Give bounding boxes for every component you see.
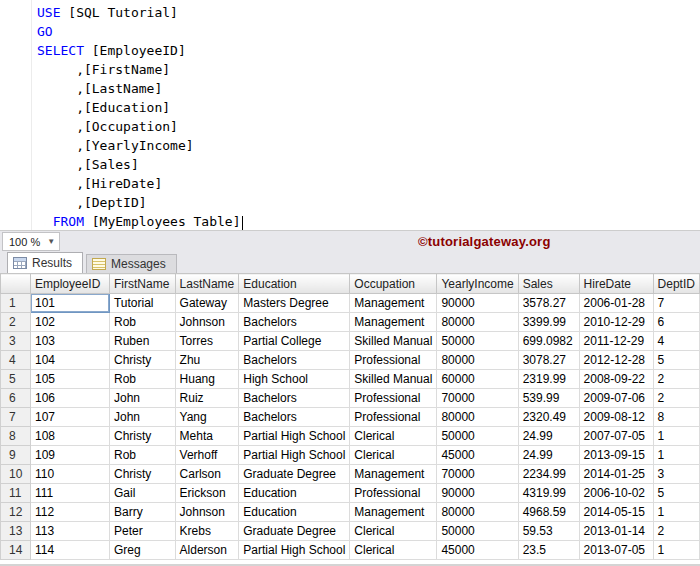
cell[interactable]: 114 [31, 541, 110, 560]
row-header[interactable]: 2 [1, 313, 31, 332]
cell[interactable]: 1 [653, 541, 699, 560]
cell[interactable]: 111 [31, 484, 110, 503]
cell[interactable]: Partial High School [239, 446, 350, 465]
cell[interactable]: Clerical [350, 427, 437, 446]
cell[interactable]: 2 [653, 389, 699, 408]
cell[interactable]: Verhoff [175, 446, 239, 465]
cell[interactable]: 101 [31, 294, 110, 313]
cell[interactable]: Huang [175, 370, 239, 389]
zoom-control[interactable]: 100 % ▼ [2, 232, 60, 251]
column-header-hiredate[interactable]: HireDate [579, 274, 653, 294]
cell[interactable]: 1 [653, 446, 699, 465]
cell[interactable]: 4319.99 [518, 484, 579, 503]
row-header[interactable]: 11 [1, 484, 31, 503]
column-header-deptid[interactable]: DeptID [653, 274, 699, 294]
cell[interactable]: Management [350, 503, 437, 522]
row-header[interactable]: 12 [1, 503, 31, 522]
cell[interactable]: Partial College [239, 332, 350, 351]
cell[interactable]: Carlson [175, 465, 239, 484]
cell[interactable]: Graduate Degree [239, 465, 350, 484]
column-header-lastname[interactable]: LastName [175, 274, 239, 294]
cell[interactable]: Peter [109, 522, 175, 541]
cell[interactable]: Professional [350, 351, 437, 370]
cell[interactable]: 2013-09-15 [579, 446, 653, 465]
cell[interactable]: Barry [109, 503, 175, 522]
cell[interactable]: Clerical [350, 541, 437, 560]
cell[interactable]: Skilled Manual [350, 370, 437, 389]
tab-results[interactable]: Results [7, 252, 83, 273]
cell[interactable]: 2013-01-14 [579, 522, 653, 541]
cell[interactable]: Management [350, 313, 437, 332]
cell[interactable]: Management [350, 294, 437, 313]
cell[interactable]: John [109, 389, 175, 408]
cell[interactable]: 112 [31, 503, 110, 522]
cell[interactable]: 90000 [437, 294, 518, 313]
cell[interactable]: Clerical [350, 522, 437, 541]
cell[interactable]: Education [239, 484, 350, 503]
grid-corner-cell[interactable] [1, 274, 31, 294]
cell[interactable]: 2013-07-05 [579, 541, 653, 560]
cell[interactable]: 70000 [437, 465, 518, 484]
row-header[interactable]: 8 [1, 427, 31, 446]
cell[interactable]: 2012-12-28 [579, 351, 653, 370]
cell[interactable]: 3399.99 [518, 313, 579, 332]
cell[interactable]: 7 [653, 294, 699, 313]
cell[interactable]: High School [239, 370, 350, 389]
row-header[interactable]: 10 [1, 465, 31, 484]
column-header-sales[interactable]: Sales [518, 274, 579, 294]
cell[interactable]: Krebs [175, 522, 239, 541]
cell[interactable]: 2234.99 [518, 465, 579, 484]
cell[interactable]: 2320.49 [518, 408, 579, 427]
cell[interactable]: 59.53 [518, 522, 579, 541]
cell[interactable]: Gail [109, 484, 175, 503]
cell[interactable]: Bachelors [239, 351, 350, 370]
column-header-firstname[interactable]: FirstName [109, 274, 175, 294]
cell[interactable]: 2014-01-25 [579, 465, 653, 484]
cell[interactable]: Partial High School [239, 427, 350, 446]
cell[interactable]: 105 [31, 370, 110, 389]
cell[interactable]: 109 [31, 446, 110, 465]
cell[interactable]: Professional [350, 484, 437, 503]
cell[interactable]: Partial High School [239, 541, 350, 560]
cell[interactable]: 102 [31, 313, 110, 332]
cell[interactable]: 80000 [437, 503, 518, 522]
cell[interactable]: 50000 [437, 332, 518, 351]
cell[interactable]: 1 [653, 427, 699, 446]
cell[interactable]: 8 [653, 408, 699, 427]
row-header[interactable]: 14 [1, 541, 31, 560]
row-header[interactable]: 3 [1, 332, 31, 351]
column-header-employeeid[interactable]: EmployeeID [31, 274, 110, 294]
cell[interactable]: Ruben [109, 332, 175, 351]
row-header[interactable]: 6 [1, 389, 31, 408]
cell[interactable]: 2009-07-06 [579, 389, 653, 408]
cell[interactable]: 24.99 [518, 427, 579, 446]
cell[interactable]: Johnson [175, 503, 239, 522]
cell[interactable]: 2008-09-22 [579, 370, 653, 389]
cell[interactable]: 2006-01-28 [579, 294, 653, 313]
cell[interactable]: 23.5 [518, 541, 579, 560]
cell[interactable]: Zhu [175, 351, 239, 370]
cell[interactable]: 4 [653, 332, 699, 351]
row-header[interactable]: 7 [1, 408, 31, 427]
column-header-education[interactable]: Education [239, 274, 350, 294]
cell[interactable]: 2006-10-02 [579, 484, 653, 503]
cell[interactable]: Erickson [175, 484, 239, 503]
tab-messages[interactable]: Messages [86, 254, 177, 273]
cell[interactable]: 3 [653, 465, 699, 484]
cell[interactable]: 104 [31, 351, 110, 370]
cell[interactable]: Rob [109, 446, 175, 465]
cell[interactable]: 6 [653, 313, 699, 332]
cell[interactable]: Bachelors [239, 408, 350, 427]
cell[interactable]: Clerical [350, 446, 437, 465]
cell[interactable]: 45000 [437, 541, 518, 560]
cell[interactable]: 80000 [437, 313, 518, 332]
row-header[interactable]: 1 [1, 294, 31, 313]
cell[interactable]: 103 [31, 332, 110, 351]
cell[interactable]: 3578.27 [518, 294, 579, 313]
cell[interactable]: 1 [653, 503, 699, 522]
cell[interactable]: John [109, 408, 175, 427]
cell[interactable]: Christy [109, 427, 175, 446]
row-header[interactable]: 13 [1, 522, 31, 541]
cell[interactable]: 2010-12-29 [579, 313, 653, 332]
cell[interactable]: 107 [31, 408, 110, 427]
